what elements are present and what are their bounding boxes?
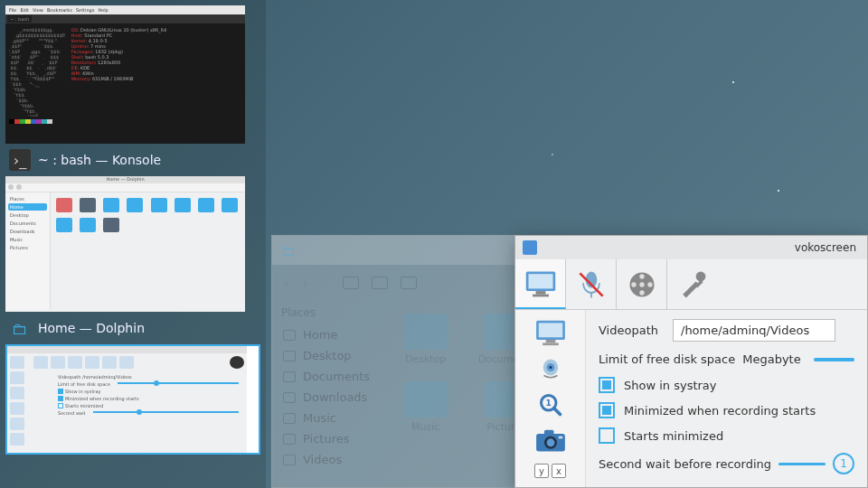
tab-bar	[515, 259, 867, 310]
minimized-recording-checkbox[interactable]	[599, 402, 615, 418]
show-systray-label: Show in systray	[624, 379, 717, 392]
svg-rect-2	[535, 291, 545, 295]
thumbnail-dolphin[interactable]: Home — Dolphin Places Home Desktop Docum…	[5, 176, 245, 312]
diskspace-label: Limit of free disk space	[599, 352, 735, 366]
sidebar-item-videos[interactable]: Videos	[281, 449, 372, 470]
starts-minimized-checkbox[interactable]	[599, 427, 615, 444]
second-wait-slider[interactable]	[778, 463, 826, 465]
task-switcher: FileEditViewBookmarksSettingsHelp ~ : ba…	[0, 0, 266, 488]
music-icon	[283, 413, 296, 424]
tab-video[interactable]	[617, 259, 667, 309]
svg-point-8	[639, 274, 644, 278]
tab-settings[interactable]	[667, 259, 718, 309]
svg-text:1: 1	[545, 399, 551, 408]
svg-rect-1	[528, 274, 552, 288]
svg-point-12	[639, 282, 644, 286]
monitor-icon	[524, 267, 557, 300]
tab-audio[interactable]	[566, 259, 617, 309]
view-icons-button[interactable]	[343, 277, 359, 289]
svg-point-28	[546, 438, 554, 446]
places-header: Places	[281, 306, 372, 319]
film-reel-icon	[626, 268, 658, 301]
diskspace-slider[interactable]	[814, 358, 854, 361]
downloads-icon	[283, 392, 296, 403]
window-vokoscreen: vokoscreen 1 y x Videopath	[514, 235, 868, 488]
tab-screen[interactable]	[515, 259, 566, 309]
switcher-item-label: ~ : bash — Konsole	[38, 153, 161, 167]
thumbnail-vokoscreen[interactable]: Videopath /home/adminq/Videos Limit of f…	[5, 344, 260, 455]
svg-point-21	[549, 366, 552, 369]
sidebar-item-music[interactable]: Music	[281, 408, 372, 428]
view-details-button[interactable]	[401, 277, 417, 289]
sidebar-item-pictures[interactable]: Pictures	[281, 428, 372, 449]
home-icon	[283, 330, 296, 341]
starts-minimized-label: Starts minimized	[624, 429, 723, 443]
videopath-label: Videopath	[599, 324, 665, 337]
svg-point-10	[639, 290, 644, 295]
window-title: vokoscreen	[542, 241, 860, 254]
svg-rect-29	[558, 436, 561, 439]
svg-line-23	[553, 408, 560, 415]
tools-icon	[676, 268, 709, 301]
diskspace-unit: Megabyte	[742, 352, 800, 366]
documents-icon	[283, 371, 296, 382]
svg-rect-3	[533, 294, 549, 296]
hotkey-display: x	[552, 464, 566, 478]
sidebar-item-downloads[interactable]: Downloads	[281, 387, 372, 408]
mode-sidebar: 1 y x	[515, 310, 586, 487]
folder-icon	[403, 381, 448, 418]
forward-button[interactable]: ›	[302, 274, 308, 293]
sidebar-item-documents[interactable]: Documents	[281, 366, 372, 387]
switcher-item-dolphin[interactable]: 🗀 Home — Dolphin	[5, 312, 260, 344]
terminal-icon: ›_	[9, 149, 31, 171]
back-button[interactable]: ‹	[283, 274, 289, 293]
videopath-input[interactable]: /home/adminq/Videos	[673, 319, 835, 342]
svg-rect-26	[543, 430, 553, 435]
svg-rect-17	[545, 340, 555, 343]
thumbnail-konsole[interactable]: FileEditViewBookmarksSettingsHelp ~ : ba…	[5, 5, 245, 144]
svg-point-11	[631, 282, 636, 286]
fullscreen-mode-button[interactable]	[533, 319, 569, 346]
show-systray-checkbox[interactable]	[599, 377, 615, 393]
view-compact-button[interactable]	[372, 277, 388, 289]
sidebar-item-home[interactable]: Home	[281, 324, 372, 345]
camera-button[interactable]	[533, 427, 569, 455]
pictures-icon	[283, 434, 296, 445]
second-wait-spinbox[interactable]: 1	[833, 453, 854, 474]
webcam-button[interactable]	[533, 355, 569, 382]
folder-icon: 🗀	[9, 317, 31, 339]
switcher-item-label: Home — Dolphin	[38, 321, 145, 335]
app-icon	[523, 240, 537, 255]
sidebar-item-desktop[interactable]: Desktop	[281, 345, 372, 366]
videos-icon	[283, 455, 296, 465]
hotkey-display: y	[534, 464, 549, 478]
folder-item[interactable]: Music	[393, 381, 458, 433]
desktop-icon	[283, 351, 296, 361]
folder-item[interactable]: Desktop	[393, 314, 458, 365]
minimized-recording-label: Minimized when recording starts	[624, 404, 816, 418]
second-wait-label: Second wait before recording	[599, 457, 771, 471]
folder-icon	[403, 314, 448, 350]
places-sidebar: Places Home Desktop Documents Downloads …	[272, 301, 381, 487]
switcher-item-konsole[interactable]: ›_ ~ : bash — Konsole	[5, 144, 260, 176]
svg-rect-16	[538, 323, 561, 337]
folder-icon: 🗀	[281, 242, 296, 259]
svg-rect-18	[542, 343, 559, 345]
svg-point-9	[647, 282, 652, 286]
magnifier-button[interactable]: 1	[533, 391, 569, 418]
mic-muted-icon	[575, 268, 608, 301]
